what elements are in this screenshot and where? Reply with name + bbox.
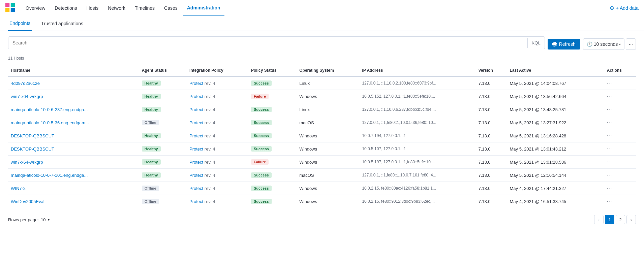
cell-hostname: win7-x64-wrkgrp: [8, 156, 139, 169]
table-body: 4d097d2a6c2e Healthy Protect rev. 4 Succ…: [8, 76, 636, 208]
nav-hosts[interactable]: Hosts: [83, 0, 103, 16]
cell-os: macOS: [297, 116, 359, 129]
integration-policy-link[interactable]: Protect: [189, 186, 203, 191]
rows-per-page[interactable]: Rows per page: 10 ▾: [8, 217, 50, 222]
endpoints-table: Hostname Agent Status Integration Policy…: [8, 65, 636, 208]
cell-hostname: WIN7-2: [8, 182, 139, 195]
hostname-link[interactable]: 4d097d2a6c2e: [11, 81, 40, 86]
policy-status-badge: Success: [251, 80, 272, 86]
refresh-button[interactable]: Refresh: [548, 39, 580, 50]
integration-policy-link[interactable]: Protect: [189, 133, 203, 138]
integration-policy-link[interactable]: Protect: [189, 160, 203, 165]
cell-version: 7.13.0: [476, 156, 507, 169]
integration-policy-link[interactable]: Protect: [189, 146, 203, 152]
actions-button[interactable]: ···: [607, 198, 613, 204]
hostname-link[interactable]: mainqa-atlcolo-10-0-6-237.eng.endga...: [11, 107, 88, 112]
cell-agent-status: Healthy: [139, 169, 187, 182]
tab-trusted-applications[interactable]: Trusted applications: [40, 16, 85, 31]
cell-integration-policy: Protect rev. 4: [187, 169, 248, 182]
nav-detections[interactable]: Detections: [51, 0, 81, 16]
integration-policy-link[interactable]: Protect: [189, 94, 203, 99]
next-page-button[interactable]: ›: [626, 215, 636, 224]
search-bar-area: KQL: [8, 36, 545, 49]
search-input[interactable]: [8, 37, 525, 49]
refresh-controls: 🕐 10 seconds ▾ ···: [583, 38, 636, 50]
nav-overview[interactable]: Overview: [22, 0, 49, 16]
cell-hostname: win7-x64-wrkgrp: [8, 90, 139, 103]
cell-os: Linux: [297, 103, 359, 116]
policy-status-badge: Success: [251, 107, 272, 112]
actions-button[interactable]: ···: [607, 93, 613, 99]
cell-os: Windows: [297, 182, 359, 195]
kql-button[interactable]: KQL: [527, 38, 545, 48]
hostname-link[interactable]: DESKTOP-QBBSCUT: [11, 133, 54, 138]
rows-per-page-chevron: ▾: [48, 218, 50, 222]
cell-os: Windows: [297, 90, 359, 103]
hostname-link[interactable]: win7-x64-wrkgrp: [11, 94, 43, 99]
cell-last-active: May 5, 2021 @ 13:01:43.212: [507, 142, 604, 156]
cell-os: Windows: [297, 195, 359, 208]
actions-button[interactable]: ···: [607, 80, 613, 86]
integration-policy-link[interactable]: Protect: [189, 120, 203, 125]
integration-policy-link[interactable]: Protect: [189, 107, 203, 112]
nav-network[interactable]: Network: [104, 0, 129, 16]
cell-actions: ···: [604, 182, 636, 195]
cell-ip: 127.0.0.1, ::1,fe80::1,10.0.7.101,fe80::…: [359, 169, 476, 182]
policy-rev: rev. 4: [205, 186, 215, 191]
cell-agent-status: Healthy: [139, 129, 187, 142]
page-2-button[interactable]: 2: [616, 215, 625, 224]
refresh-options-button[interactable]: ···: [626, 38, 636, 50]
cell-actions: ···: [604, 116, 636, 129]
actions-button[interactable]: ···: [607, 120, 613, 126]
col-ip: IP Address: [359, 65, 476, 76]
policy-status-badge: Failure: [251, 159, 269, 165]
integration-policy-link[interactable]: Protect: [189, 173, 203, 178]
col-hostname: Hostname: [8, 65, 139, 76]
cell-integration-policy: Protect rev. 4: [187, 103, 248, 116]
actions-button[interactable]: ···: [607, 133, 613, 139]
policy-rev: rev. 4: [205, 120, 215, 125]
hostname-link[interactable]: WIN7-2: [11, 186, 26, 191]
nav-administration[interactable]: Administration: [183, 0, 224, 16]
hostname-link[interactable]: mainqa-atlcolo-10-0-5-36.eng.endgam...: [11, 120, 89, 125]
cell-policy-status: Failure: [248, 156, 297, 169]
cell-ip: 10.0.2.15, fe80::80ac:4126:fa58:1b81,1..…: [359, 182, 476, 195]
cell-hostname: DESKTOP-QBBSCUT: [8, 129, 139, 142]
integration-policy-link[interactable]: Protect: [189, 81, 203, 86]
tab-endpoints[interactable]: Endpoints: [8, 16, 32, 31]
nav-cases[interactable]: Cases: [160, 0, 182, 16]
cell-version: 7.13.0: [476, 76, 507, 90]
cell-last-active: May 4, 2021 @ 16:51:33.745: [507, 195, 604, 208]
policy-rev: rev. 4: [205, 81, 215, 86]
hostname-link[interactable]: WinDev2005Eval: [11, 199, 44, 204]
actions-button[interactable]: ···: [607, 146, 613, 152]
page-1-button[interactable]: 1: [605, 215, 614, 224]
agent-status-badge: Offline: [142, 199, 159, 204]
table-row: DESKTOP-QBBSCUT Healthy Protect rev. 4 S…: [8, 129, 636, 142]
actions-button[interactable]: ···: [607, 172, 613, 178]
table-row: win7-x64-wrkgrp Healthy Protect rev. 4 F…: [8, 90, 636, 103]
policy-rev: rev. 4: [205, 107, 215, 112]
cell-policy-status: Success: [248, 103, 297, 116]
prev-page-button[interactable]: ‹: [594, 215, 604, 224]
hostname-link[interactable]: mainqa-atlcolo-10-0-7-101.eng.endga...: [11, 173, 88, 178]
hostname-link[interactable]: DESKTOP-QBBSCUT: [11, 146, 54, 152]
cell-actions: ···: [604, 195, 636, 208]
nav-timelines[interactable]: Timelines: [131, 0, 159, 16]
nav-right: ⊕ + Add data: [610, 5, 639, 11]
actions-button[interactable]: ···: [607, 159, 613, 165]
ellipsis-icon: ···: [629, 41, 633, 47]
table-row: mainqa-atlcolo-10-0-7-101.eng.endga... H…: [8, 169, 636, 182]
policy-status-badge: Success: [251, 120, 272, 125]
hostname-link[interactable]: win7-x64-wrkgrp: [11, 160, 43, 165]
integration-policy-link[interactable]: Protect: [189, 199, 203, 204]
cell-ip: 10.0.7.194, 127.0.0.1,::1: [359, 129, 476, 142]
policy-rev: rev. 4: [205, 173, 215, 178]
actions-button[interactable]: ···: [607, 185, 613, 191]
refresh-timer-button[interactable]: 🕐 10 seconds ▾: [583, 38, 625, 50]
actions-button[interactable]: ···: [607, 106, 613, 112]
logo: [5, 3, 16, 13]
add-data-button[interactable]: ⊕ + Add data: [610, 5, 639, 11]
col-last-active: Last Active: [507, 65, 604, 76]
refresh-icon: [552, 42, 557, 46]
